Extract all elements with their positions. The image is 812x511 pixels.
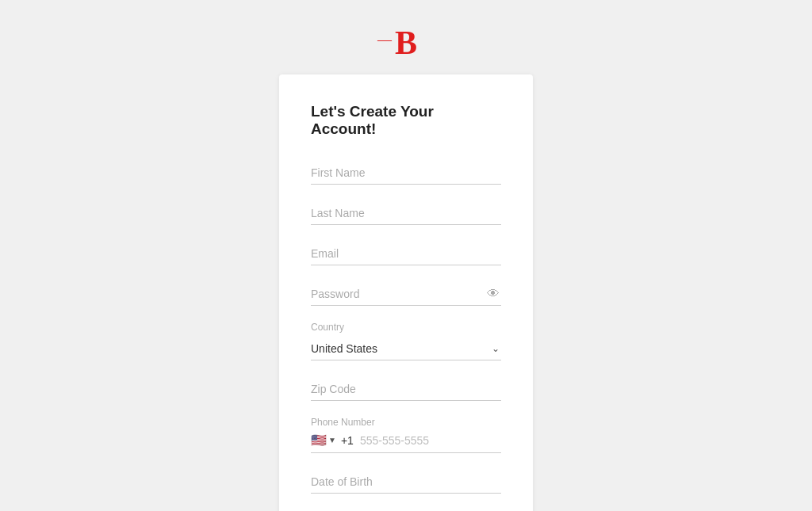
last-name-group [311, 200, 501, 225]
phone-input-row: 🇺🇸 ▼ +1 [311, 433, 501, 453]
phone-country-selector[interactable]: 🇺🇸 ▼ [311, 433, 338, 448]
phone-number-input[interactable] [360, 434, 501, 447]
zip-code-input[interactable] [311, 376, 501, 401]
zip-code-group [311, 376, 501, 401]
logo-area: B [395, 24, 417, 62]
signup-card: Let's Create Your Account! 👁 Country Uni… [279, 74, 533, 511]
country-select-wrapper: United States Canada United Kingdom Aust… [311, 336, 501, 360]
first-name-input[interactable] [311, 160, 501, 185]
us-flag-icon: 🇺🇸 [311, 433, 327, 448]
country-label: Country [311, 322, 501, 333]
country-group: Country United States Canada United King… [311, 322, 501, 360]
last-name-input[interactable] [311, 200, 501, 225]
dob-group [311, 469, 501, 494]
password-toggle-icon[interactable]: 👁 [487, 287, 500, 301]
form-title: Let's Create Your Account! [311, 103, 501, 138]
logo-icon: B [395, 24, 417, 62]
country-select[interactable]: United States Canada United Kingdom Aust… [311, 336, 501, 360]
first-name-group [311, 160, 501, 185]
dob-input[interactable] [311, 469, 501, 494]
phone-chevron-icon: ▼ [328, 436, 336, 444]
email-group [311, 241, 501, 265]
password-wrapper: 👁 [311, 281, 501, 306]
password-group: 👁 [311, 281, 501, 306]
phone-label: Phone Number [311, 417, 501, 428]
phone-country-code: +1 [341, 434, 354, 447]
phone-group: Phone Number 🇺🇸 ▼ +1 [311, 417, 501, 453]
password-input[interactable] [311, 281, 501, 306]
email-input[interactable] [311, 241, 501, 265]
